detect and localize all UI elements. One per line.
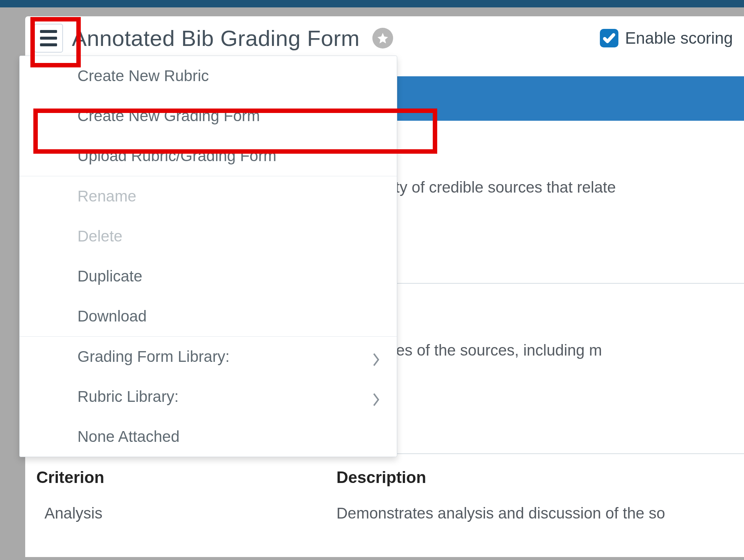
menu-item-label: Rename	[77, 187, 136, 205]
menu-delete: Delete	[20, 216, 397, 256]
enable-scoring-label: Enable scoring	[625, 29, 733, 47]
hamburger-dropdown-menu: Create New Rubric Create New Grading For…	[19, 56, 397, 457]
favorite-star-button[interactable]	[372, 28, 393, 49]
enable-scoring-checkbox[interactable]	[600, 29, 618, 47]
criterion-description: Demonstrates analysis and discussion of …	[336, 504, 744, 522]
hamburger-line	[40, 30, 57, 33]
menu-rubric-library[interactable]: Rubric Library:	[20, 377, 397, 417]
menu-create-new-grading-form[interactable]: Create New Grading Form	[20, 96, 397, 136]
menu-create-new-rubric[interactable]: Create New Rubric	[20, 56, 397, 96]
app-top-strip	[0, 0, 744, 7]
criterion-header: Criterion	[36, 468, 336, 487]
menu-item-label: None Attached	[77, 428, 180, 446]
menu-item-label: Grading Form Library:	[77, 348, 230, 366]
menu-item-label: Create New Grading Form	[77, 107, 260, 125]
chevron-right-icon	[372, 392, 381, 401]
menu-download[interactable]: Download	[20, 296, 397, 336]
hamburger-line	[40, 37, 57, 40]
page-title: Annotated Bib Grading Form	[72, 26, 360, 51]
description-header: Description	[336, 468, 426, 487]
menu-item-label: Upload Rubric/Grading Form	[77, 147, 276, 165]
menu-rename: Rename	[20, 176, 397, 216]
star-icon	[376, 32, 389, 44]
menu-item-label: Download	[77, 307, 147, 325]
panel-header: Annotated Bib Grading Form Enable scorin…	[25, 16, 744, 60]
menu-none-attached[interactable]: None Attached	[20, 417, 397, 457]
criterion-description: summaries of the sources, including m	[336, 341, 744, 359]
menu-upload-rubric-grading-form[interactable]: Upload Rubric/Grading Form	[20, 136, 397, 176]
chevron-right-icon	[372, 352, 381, 361]
criterion-section: Criterion Description Analysis Demonstra…	[36, 468, 744, 522]
criterion-description: s a variety of credible sources that rel…	[336, 179, 744, 196]
menu-item-label: Delete	[77, 227, 122, 245]
menu-item-label: Create New Rubric	[77, 67, 209, 85]
hamburger-menu-button[interactable]	[34, 24, 63, 53]
menu-grading-form-library[interactable]: Grading Form Library:	[20, 337, 397, 377]
criterion-name: Analysis	[36, 504, 336, 522]
menu-duplicate[interactable]: Duplicate	[20, 256, 397, 296]
enable-scoring-toggle[interactable]: Enable scoring	[600, 29, 733, 47]
menu-item-label: Rubric Library:	[77, 388, 179, 406]
checkmark-icon	[602, 31, 616, 45]
menu-item-label: Duplicate	[77, 267, 142, 285]
hamburger-line	[40, 43, 57, 46]
